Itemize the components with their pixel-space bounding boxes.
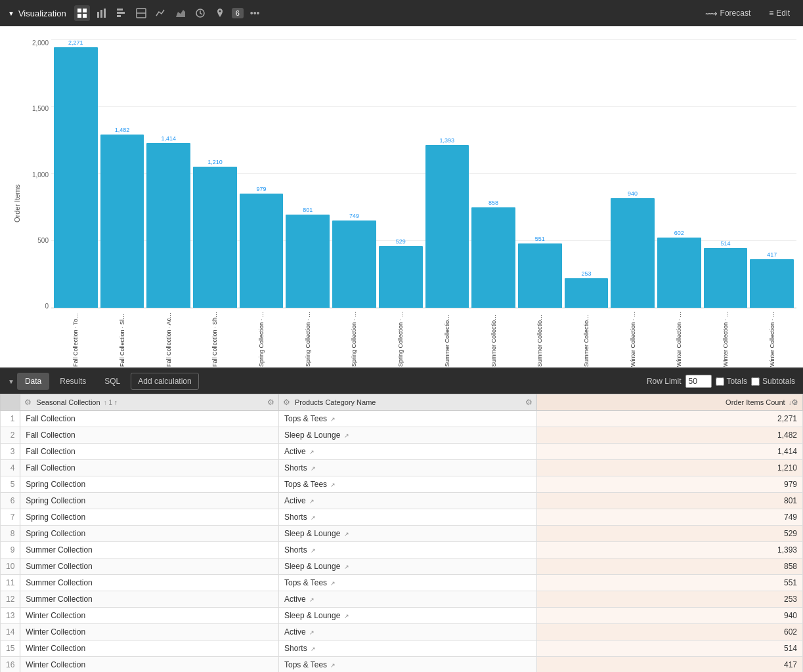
row-number: 15 xyxy=(1,640,20,657)
tab-data[interactable]: Data xyxy=(17,373,49,390)
th-count[interactable]: Order Items Count ↓ 2 ⚙ xyxy=(537,394,803,411)
cell-seasonal: Fall Collection xyxy=(20,427,279,444)
map-pin-icon[interactable] xyxy=(212,5,228,21)
tab-sql[interactable]: SQL xyxy=(97,373,128,390)
add-calculation-button[interactable]: Add calculation xyxy=(131,373,198,390)
column-chart-icon[interactable] xyxy=(114,5,129,21)
cell-products: Shorts ↗ xyxy=(278,460,537,476)
data-table: ⚙ Seasonal Collection ↑ 1 ⚙ ⚙ Products C… xyxy=(0,394,803,672)
x-label-group: Spring Collection · Tops & Tees ↗ xyxy=(240,308,284,368)
number-badge[interactable]: 6 xyxy=(232,8,244,18)
x-label-group: Spring Collection · Sleep & Lounge ↗ xyxy=(379,308,423,368)
subtotals-checkbox[interactable] xyxy=(751,377,760,386)
scatter-icon[interactable] xyxy=(133,5,149,21)
data-dropdown-arrow[interactable]: ▼ xyxy=(8,378,14,385)
row-number: 5 xyxy=(1,476,20,493)
totals-checkbox[interactable] xyxy=(716,377,724,386)
cell-count: 1,210 xyxy=(537,460,803,476)
bar[interactable] xyxy=(657,238,701,308)
th-seasonal-gear[interactable]: ⚙ xyxy=(24,398,32,407)
forecast-button[interactable]: ⟿ Forecast xyxy=(700,6,756,21)
cell-products: Active ↗ xyxy=(278,493,537,509)
th-seasonal[interactable]: ⚙ Seasonal Collection ↑ 1 ⚙ xyxy=(20,394,279,411)
x-label-text: Spring Collection · Tops & Tees ↗ xyxy=(258,311,265,367)
x-label-group: Spring Collection · Shorts ↗ xyxy=(332,308,376,368)
x-label-group: Winter Collection · Shorts ↗ xyxy=(704,308,748,368)
table-row: 14Winter CollectionActive ↗602 xyxy=(1,624,803,640)
cell-count: 801 xyxy=(537,493,803,509)
bar-group: 2,271 xyxy=(54,39,98,308)
table-row: 4Fall CollectionShorts ↗1,210 xyxy=(1,460,803,476)
x-label-group: Fall Collection · Sleep & Lounge ↗ xyxy=(100,308,144,368)
th-count-settings[interactable]: ⚙ xyxy=(791,398,798,407)
row-limit-label: Row Limit xyxy=(647,377,682,386)
y-label-500: 500 xyxy=(37,237,49,244)
totals-checkbox-label: Totals xyxy=(716,377,747,386)
th-row-num xyxy=(1,394,20,411)
cell-count: 2,271 xyxy=(537,411,803,427)
edit-icon: ≡ xyxy=(769,9,773,18)
bar[interactable] xyxy=(193,167,237,308)
bar[interactable] xyxy=(240,194,284,308)
clock-icon[interactable] xyxy=(192,5,208,21)
bar[interactable] xyxy=(704,248,748,308)
table-row: 13Winter CollectionSleep & Lounge ↗940 xyxy=(1,608,803,624)
x-label-group: Fall Collection · Shorts ↗ xyxy=(193,308,237,368)
bar[interactable] xyxy=(332,220,376,308)
cell-products: Shorts ↗ xyxy=(278,509,537,526)
th-products[interactable]: ⚙ Products Category Name ⚙ xyxy=(278,394,537,411)
cell-seasonal: Summer Collection xyxy=(20,591,279,608)
line-chart-icon[interactable] xyxy=(153,5,169,21)
area-chart-icon[interactable] xyxy=(173,5,188,21)
x-label-text: Fall Collection · Sleep & Lounge ↗ xyxy=(119,311,125,367)
bar[interactable] xyxy=(750,259,794,308)
bar-value: 2,271 xyxy=(68,39,83,46)
bar-group: 858 xyxy=(471,39,515,308)
cell-seasonal: Winter Collection xyxy=(20,608,279,624)
bar-group: 749 xyxy=(332,39,376,308)
cell-products: Tops & Tees ↗ xyxy=(278,657,537,673)
bar[interactable] xyxy=(518,243,562,308)
row-number: 1 xyxy=(1,411,20,427)
bar-value: 1,482 xyxy=(115,127,130,133)
bar[interactable] xyxy=(425,145,469,308)
table-view-icon[interactable] xyxy=(74,5,90,21)
cell-products: Tops & Tees ↗ xyxy=(278,575,537,591)
chart-container: Order Items 2,000 1,500 1,000 500 0 2,27… xyxy=(0,26,803,368)
row-limit-input[interactable] xyxy=(685,375,712,388)
row-number: 11 xyxy=(1,575,20,591)
cell-products: Sleep & Lounge ↗ xyxy=(278,608,537,624)
bar[interactable] xyxy=(100,135,144,308)
row-number: 7 xyxy=(1,509,20,526)
bar[interactable] xyxy=(146,143,190,308)
tab-results[interactable]: Results xyxy=(52,373,94,390)
dropdown-arrow-icon[interactable]: ▼ xyxy=(8,10,14,17)
bar[interactable] xyxy=(565,278,609,308)
cell-seasonal: Winter Collection xyxy=(20,657,279,673)
svg-rect-9 xyxy=(117,15,121,17)
x-label-group: Summer Collection · Tops & Tees ↗ xyxy=(518,308,562,368)
edit-button[interactable]: ≡ Edit xyxy=(764,6,795,20)
data-panel: ▼ Data Results SQL Add calculation Row L… xyxy=(0,368,803,672)
toolbar-icons: 6 ••• xyxy=(74,5,695,21)
bar[interactable] xyxy=(379,246,423,308)
th-products-gear-left[interactable]: ⚙ xyxy=(283,398,290,407)
bar[interactable] xyxy=(286,215,330,308)
cell-seasonal: Spring Collection xyxy=(20,493,279,509)
th-products-settings[interactable]: ⚙ xyxy=(525,398,532,407)
th-seasonal-settings[interactable]: ⚙ xyxy=(267,398,274,407)
bar[interactable] xyxy=(54,47,98,308)
bar-chart-icon[interactable] xyxy=(94,5,110,21)
bar-group: 417 xyxy=(750,39,794,308)
y-label-1000: 1,000 xyxy=(32,171,49,178)
toolbar-title: Visualization xyxy=(18,9,66,18)
cell-count: 749 xyxy=(537,509,803,526)
bar[interactable] xyxy=(471,207,515,308)
row-number: 4 xyxy=(1,460,20,476)
forecast-label: Forecast xyxy=(720,9,751,18)
table-row: 10Summer CollectionSleep & Lounge ↗858 xyxy=(1,558,803,575)
more-options-icon[interactable]: ••• xyxy=(248,5,263,21)
bar[interactable] xyxy=(611,198,655,308)
bar-group: 1,414 xyxy=(146,39,190,308)
table-row: 9Summer CollectionShorts ↗1,393 xyxy=(1,542,803,558)
